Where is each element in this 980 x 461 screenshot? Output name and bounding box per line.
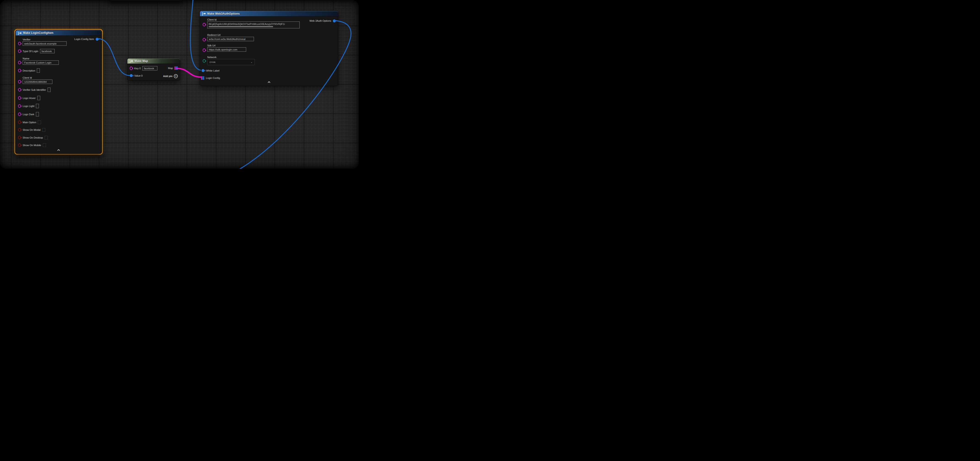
- name-label: Name: [23, 57, 59, 60]
- client-id-label: Client Id: [207, 18, 300, 21]
- logo-dark-input[interactable]: [36, 112, 39, 116]
- row-logo-light: Logo Light: [18, 104, 39, 108]
- login-config-item-output-pin[interactable]: [95, 38, 99, 41]
- add-pin-button[interactable]: Add pin +: [163, 74, 178, 78]
- network-selected-value: CYAN: [210, 61, 215, 64]
- node-make-map[interactable]: } Make Map Key 0 facebook Map Value 0 Ad…: [127, 58, 180, 81]
- logo-dark-pin[interactable]: [18, 113, 21, 116]
- wire-top-to-white-label-core: [190, 0, 200, 70]
- row-key-0: Key 0 facebook: [130, 66, 158, 70]
- blueprint-editor: } Make LoginConfigItem Login Config Item…: [0, 0, 359, 169]
- verifier-sub-identifier-input[interactable]: [48, 87, 51, 92]
- client-id-pin[interactable]: [203, 23, 206, 26]
- key-0-input[interactable]: facebook: [142, 66, 158, 70]
- row-name: Name Facebook Custom Login: [18, 57, 59, 65]
- row-client-id: Client Id 1222658941886084: [18, 76, 52, 84]
- show-on-mobile-checkbox[interactable]: [43, 143, 46, 147]
- offscreen-node[interactable]: [109, 0, 183, 2]
- node-make-web3authoptions[interactable]: } Make Web3AuthOptions Web 3Auth Options…: [200, 11, 338, 86]
- sdk-url-pin[interactable]: [203, 48, 206, 52]
- network-pin[interactable]: [203, 59, 206, 63]
- map-output-pin[interactable]: [175, 67, 178, 70]
- redirect-url-input[interactable]: w3a://com.w3a.Web3AuthUnreal: [207, 37, 254, 41]
- node-header-make-web3authoptions[interactable]: } Make Web3AuthOptions: [200, 11, 338, 16]
- key-0-label: Key 0: [134, 67, 141, 70]
- client-id-pin[interactable]: [18, 80, 21, 83]
- client-id-input[interactable]: BEglQSgt4cUWcj6SKRdu5QkOXTsePmMcusG5EAoy…: [207, 22, 300, 29]
- login-config-label: Login Config: [206, 76, 220, 79]
- row-white-label: White Label: [202, 68, 220, 73]
- chevron-down-icon: ⌄: [251, 61, 253, 64]
- redirect-url-pin[interactable]: [203, 38, 206, 41]
- white-label-pin[interactable]: [202, 69, 205, 72]
- row-verifier: Verifier web3auth-facebook-example: [18, 38, 67, 46]
- row-value-0: Value 0: [130, 73, 143, 78]
- map-output-label: Map: [168, 67, 173, 70]
- key-0-pin[interactable]: [130, 67, 133, 70]
- client-id-input[interactable]: 1222658941886084: [23, 79, 52, 84]
- network-label: Network: [207, 56, 255, 59]
- type-of-login-pin[interactable]: [18, 49, 21, 53]
- client-id-label: Client Id: [23, 76, 52, 79]
- description-pin[interactable]: [18, 69, 21, 72]
- row-show-on-desktop: Show On Desktop: [18, 135, 48, 140]
- node-header-make-map[interactable]: } Make Map: [127, 59, 180, 64]
- wire-top-to-white-label[interactable]: [190, 0, 200, 70]
- row-logo-hover: Logo Hover: [18, 96, 40, 100]
- login-config-pin[interactable]: [201, 76, 204, 79]
- logo-hover-input[interactable]: [37, 96, 40, 100]
- show-on-mobile-pin[interactable]: [18, 143, 21, 147]
- name-input[interactable]: Facebook Custom Login: [23, 60, 59, 65]
- logo-hover-pin[interactable]: [18, 96, 21, 100]
- verifier-pin[interactable]: [18, 42, 21, 45]
- row-show-on-mobile: Show On Mobile: [18, 143, 46, 147]
- type-of-login-label: Type Of Login: [23, 50, 38, 52]
- client-id-value: BEglQSgt4cUWcj6SKRdu5QkOXTsePmMcusG5EAoy…: [208, 23, 298, 25]
- row-login-config: Login Config: [201, 76, 220, 80]
- verifier-input[interactable]: web3auth-facebook-example: [23, 41, 67, 46]
- row-type-of-login: Type Of Login facebook: [18, 49, 55, 53]
- node-title: Make LoginConfigItem: [23, 31, 54, 35]
- value-0-pin[interactable]: [130, 74, 133, 77]
- show-on-desktop-label: Show On Desktop: [23, 136, 43, 139]
- type-of-login-input[interactable]: facebook: [40, 49, 55, 53]
- sdk-url-input[interactable]: https://sdk.openlogin.com: [207, 47, 246, 52]
- output-pin-label: Login Config Item: [74, 38, 94, 40]
- main-option-pin[interactable]: [18, 121, 21, 124]
- collapse-node-button[interactable]: ^: [57, 149, 60, 152]
- row-verifier-sub-identifier: Verifier Sub Identifier: [18, 87, 51, 92]
- row-show-on-modal: Show On Modal: [18, 127, 45, 132]
- description-label: Description: [23, 69, 35, 72]
- show-on-modal-pin[interactable]: [18, 128, 21, 132]
- collapse-node-button[interactable]: ^: [268, 81, 270, 84]
- verifier-sub-identifier-pin[interactable]: [18, 88, 21, 91]
- show-on-mobile-label: Show On Mobile: [23, 144, 41, 146]
- logo-light-pin[interactable]: [18, 104, 21, 108]
- node-title: Make Web3AuthOptions: [207, 12, 240, 15]
- description-input[interactable]: [37, 68, 40, 73]
- show-on-modal-checkbox[interactable]: [42, 128, 45, 132]
- output-row-login-config-item: Login Config Item: [74, 38, 99, 41]
- network-dropdown[interactable]: CYAN ⌄: [207, 59, 255, 65]
- row-logo-dark: Logo Dark: [18, 112, 39, 116]
- row-main-option: Main Option: [18, 120, 41, 124]
- row-network: Network CYAN ⌄: [203, 56, 255, 65]
- client-id-scrollbar[interactable]: [208, 26, 273, 27]
- web3auth-options-output-pin[interactable]: [333, 19, 336, 22]
- show-on-desktop-checkbox[interactable]: [45, 136, 48, 140]
- row-description: Description: [18, 68, 40, 73]
- output-row-web3auth-options: Web 3Auth Options: [310, 19, 336, 22]
- name-pin[interactable]: [18, 61, 21, 64]
- node-header-make-loginconfigitem[interactable]: } Make LoginConfigItem: [16, 30, 101, 36]
- show-on-desktop-pin[interactable]: [18, 136, 21, 139]
- logo-light-label: Logo Light: [23, 105, 34, 108]
- node-title: Make Map: [135, 59, 148, 63]
- node-make-loginconfigitem[interactable]: } Make LoginConfigItem Login Config Item…: [14, 29, 103, 154]
- sdk-url-label: Sdk Url: [207, 44, 246, 47]
- logo-hover-label: Logo Hover: [23, 97, 36, 100]
- main-option-checkbox[interactable]: [38, 121, 41, 124]
- graph-canvas[interactable]: } Make LoginConfigItem Login Config Item…: [0, 0, 359, 169]
- logo-light-input[interactable]: [36, 104, 39, 108]
- logo-dark-label: Logo Dark: [23, 113, 34, 116]
- value-0-label: Value 0: [134, 74, 143, 77]
